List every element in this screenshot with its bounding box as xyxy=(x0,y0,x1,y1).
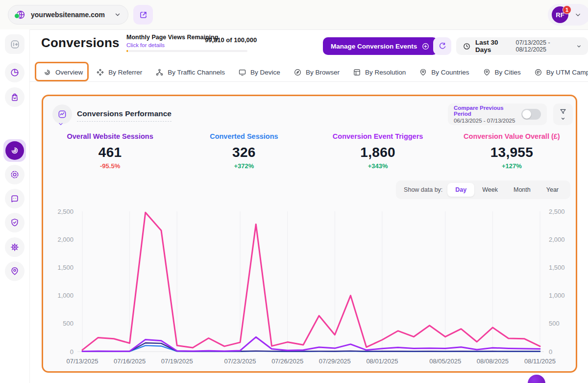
tab-by-resolution[interactable]: By Resolution xyxy=(353,68,406,77)
series-line-conversion-event-triggers xyxy=(82,337,540,351)
sidebar-item-locations[interactable] xyxy=(5,261,24,281)
granularity-selector: Show data by: Day Week Month Year xyxy=(396,180,570,199)
sidebar-item-dashboard[interactable] xyxy=(5,63,24,82)
gear-icon xyxy=(10,242,20,252)
focus-camera-icon xyxy=(10,170,20,179)
metric-label[interactable]: Overall Website Sessions xyxy=(43,132,177,140)
metric-label[interactable]: Conversion Event Triggers xyxy=(311,132,445,140)
funnel-icon xyxy=(559,108,567,116)
metric-change: +127% xyxy=(445,162,579,170)
tab-by-traffic-channels[interactable]: By Traffic Channels xyxy=(155,68,225,77)
compare-previous-period: Compare Previous Period 06/13/2025 - 07/… xyxy=(448,103,547,125)
metric-change: +343% xyxy=(311,162,445,170)
y-tick-left: 1,500 xyxy=(57,264,74,271)
metric-value: 461 xyxy=(43,145,177,160)
sidebar-item-settings[interactable] xyxy=(5,237,24,257)
tab-by-browser[interactable]: By Browser xyxy=(294,68,340,77)
conversions-spiral-icon xyxy=(5,141,24,160)
metric-label[interactable]: Converted Sessions xyxy=(177,132,311,140)
line-chart-icon xyxy=(57,109,67,119)
compare-toggle[interactable] xyxy=(521,109,541,120)
tab-by-cities[interactable]: By Cities xyxy=(483,68,521,77)
avatar: RF 1 xyxy=(552,6,568,23)
filter-button[interactable] xyxy=(553,103,573,125)
report-tabs: Overview By Referrer By Traffic Channels… xyxy=(43,63,588,81)
spiral-icon xyxy=(43,68,51,77)
sidebar-item-conversions-active[interactable] xyxy=(3,139,26,162)
granularity-week[interactable]: Week xyxy=(474,183,506,197)
quota-details-link[interactable]: Click for details xyxy=(126,42,165,48)
widget-title[interactable]: Conversions Performance xyxy=(77,109,172,122)
manage-conversion-events-button[interactable]: Manage Conversion Events xyxy=(323,37,438,55)
open-website-button[interactable] xyxy=(133,5,153,25)
granularity-label: Show data by: xyxy=(404,186,442,193)
page-title: Conversions xyxy=(41,35,120,51)
metric-overall-website-sessions: Overall Website Sessions 461 -95.5% xyxy=(43,132,177,170)
map-pin-icon xyxy=(419,68,427,77)
website-globe-icon xyxy=(15,9,26,20)
tab-overview[interactable]: Overview xyxy=(43,68,83,77)
metric-change: -95.5% xyxy=(43,162,177,170)
chevron-down-icon xyxy=(58,121,64,127)
granularity-day[interactable]: Day xyxy=(447,183,474,197)
x-tick: 07/26/2025 xyxy=(271,357,303,365)
x-tick: 08/11/2025 xyxy=(524,357,556,365)
tab-label: By Resolution xyxy=(365,69,406,76)
tabs-divider xyxy=(29,81,588,82)
top-bar: yourwebsitename.com RF 1 xyxy=(0,0,588,30)
sidebar-collapse-button[interactable] xyxy=(5,34,24,54)
manage-button-label: Manage Conversion Events xyxy=(331,43,417,50)
y-tick-left: 2,000 xyxy=(57,236,74,243)
shopping-bag-icon xyxy=(10,92,20,102)
tab-label: By UTM Campaign xyxy=(546,69,588,76)
website-selector[interactable]: yourwebsitename.com xyxy=(8,5,128,25)
sidebar-item-session-recordings[interactable] xyxy=(5,165,24,184)
x-tick: 07/29/2025 xyxy=(319,357,351,365)
refresh-icon xyxy=(438,42,447,51)
date-range-picker[interactable]: Last 30 Days 07/13/2025 - 08/12/2025 xyxy=(456,37,588,55)
x-tick: 08/05/2025 xyxy=(429,357,461,365)
metric-change: +372% xyxy=(177,162,311,170)
metric-conversion-event-triggers: Conversion Event Triggers 1,860 +343% xyxy=(311,132,445,170)
network-icon xyxy=(155,68,164,77)
tab-by-utm-campaign[interactable]: By UTM Campaign xyxy=(534,68,588,77)
date-range-value: 07/13/2025 - 08/12/2025 xyxy=(515,39,574,53)
target-swirl-icon xyxy=(534,68,542,77)
quota-progress-bar xyxy=(126,50,247,52)
refresh-button[interactable] xyxy=(433,37,451,55)
y-tick-right: 2,500 xyxy=(549,208,565,215)
clock-icon xyxy=(463,42,471,51)
compare-range: 06/13/2025 - 07/13/2025 xyxy=(454,118,521,124)
metric-value: 1,860 xyxy=(311,145,445,160)
referrer-icon xyxy=(96,68,104,77)
compass-icon xyxy=(294,68,302,77)
x-tick: 07/13/2025 xyxy=(66,357,98,365)
sidebar-item-security[interactable] xyxy=(5,213,24,232)
granularity-month[interactable]: Month xyxy=(506,183,539,197)
user-menu[interactable]: RF 1 xyxy=(548,4,588,26)
chat-fab[interactable] xyxy=(528,375,545,383)
metric-value: 326 xyxy=(177,145,311,160)
pie-chart-icon xyxy=(10,68,20,77)
tab-by-device[interactable]: By Device xyxy=(238,68,280,77)
y-tick-left: 1,000 xyxy=(57,292,74,299)
sidebar-item-store[interactable] xyxy=(5,87,24,107)
sidebar-item-feedback[interactable] xyxy=(5,189,24,208)
date-preset-label: Last 30 Days xyxy=(475,39,511,53)
chat-bubble-icon xyxy=(10,194,20,204)
series-line-overall-website-sessions xyxy=(82,343,540,351)
metric-converted-sessions: Converted Sessions 326 +372% xyxy=(177,132,311,170)
granularity-year[interactable]: Year xyxy=(539,183,566,197)
metric-label[interactable]: Conversion Value Overall (£) xyxy=(445,132,579,140)
series-line-conversion-value-overall- xyxy=(82,212,540,350)
map-pin-icon xyxy=(483,68,491,77)
tab-by-countries[interactable]: By Countries xyxy=(419,68,469,77)
compare-label: Compare Previous Period xyxy=(454,105,521,117)
conversions-line-chart[interactable]: 005005001,0001,0001,5001,5002,0002,0002,… xyxy=(48,204,575,368)
tab-label: By Referrer xyxy=(108,69,142,76)
external-link-icon xyxy=(139,10,148,20)
tab-label: Overview xyxy=(55,69,83,76)
chevron-down-icon xyxy=(576,44,582,49)
tab-by-referrer[interactable]: By Referrer xyxy=(96,68,142,77)
kpi-metrics-row: Overall Website Sessions 461 -95.5% Conv… xyxy=(43,132,579,170)
